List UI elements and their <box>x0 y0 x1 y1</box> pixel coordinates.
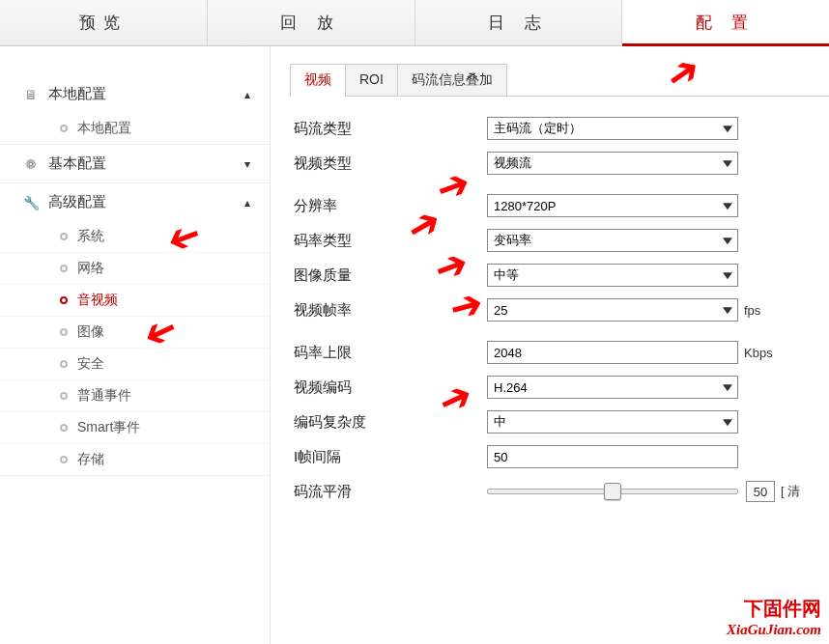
bullet-icon <box>60 296 68 304</box>
bullet-icon <box>60 125 68 132</box>
subtab-roi[interactable]: ROI <box>345 64 398 96</box>
label-stream-type: 码流类型 <box>294 120 487 138</box>
slider-value: 50 <box>746 481 775 502</box>
label-smoothing: 码流平滑 <box>294 483 487 501</box>
sidebar-item-image[interactable]: 图像 <box>0 316 270 348</box>
label-video-type: 视频类型 <box>294 154 487 173</box>
bullet-icon <box>60 328 68 336</box>
sidebar-item-network[interactable]: 网络 <box>0 252 270 284</box>
select-frame-rate[interactable] <box>487 298 738 322</box>
select-video-type[interactable] <box>487 152 738 175</box>
main-panel: 视频 ROI 码流信息叠加 码流类型 视频类型 分辨率 码率类型 <box>271 46 829 644</box>
chevron-up-icon: ▴ <box>244 88 250 101</box>
tab-preview[interactable]: 预览 <box>0 0 208 45</box>
sidebar-item-system[interactable]: 系统 <box>0 221 270 252</box>
sidebar-group-label: 本地配置 <box>48 85 106 103</box>
select-bitrate-type[interactable] <box>487 229 738 252</box>
input-max-bitrate[interactable] <box>487 341 738 364</box>
sidebar-item-label: 音视频 <box>77 292 118 309</box>
wrench-icon: 🔧 <box>23 195 39 210</box>
label-iframe: I帧间隔 <box>294 448 487 466</box>
sidebar-header-local[interactable]: 🖥 本地配置 ▴ <box>0 75 270 113</box>
chevron-down-icon: ▾ <box>244 157 250 171</box>
input-iframe[interactable] <box>487 445 738 468</box>
flower-icon: ❁ <box>23 156 39 172</box>
tab-log[interactable]: 日 志 <box>415 0 623 45</box>
sidebar-item-label: 存储 <box>77 451 104 468</box>
sidebar-group-local: 🖥 本地配置 ▴ 本地配置 <box>0 75 270 145</box>
sidebar-item-local-config[interactable]: 本地配置 <box>0 113 270 144</box>
sidebar-item-label: Smart事件 <box>77 419 140 436</box>
monitor-icon: 🖥 <box>23 87 39 102</box>
sidebar-item-security[interactable]: 安全 <box>0 348 270 379</box>
sidebar-group-basic: ❁ 基本配置 ▾ <box>0 145 270 183</box>
sidebar-group-label: 高级配置 <box>48 193 106 211</box>
select-video-encoding[interactable] <box>487 376 738 399</box>
subtab-overlay[interactable]: 码流信息叠加 <box>397 64 507 96</box>
select-resolution[interactable] <box>487 194 738 217</box>
label-resolution: 分辨率 <box>294 197 487 215</box>
sidebar-group-advanced: 🔧 高级配置 ▴ 系统 网络 音视频 图像 安全 普通事件 Smart事件 存储 <box>0 183 270 476</box>
sidebar-item-label: 网络 <box>77 260 104 277</box>
bullet-icon <box>60 233 68 240</box>
unit-fps: fps <box>744 303 760 318</box>
tab-config[interactable]: 配 置 <box>622 0 829 45</box>
slider-suffix: [ 清 <box>781 483 800 500</box>
bullet-icon <box>60 392 68 400</box>
sub-tabs: 视频 ROI 码流信息叠加 <box>290 64 829 97</box>
slider-thumb[interactable] <box>604 483 621 500</box>
sidebar-item-av[interactable]: 音视频 <box>0 284 270 316</box>
sidebar-item-storage[interactable]: 存储 <box>0 443 270 475</box>
bullet-icon <box>60 456 68 463</box>
subtab-video[interactable]: 视频 <box>290 64 346 96</box>
slider-smoothing[interactable] <box>487 489 738 494</box>
label-bitrate-type: 码率类型 <box>294 232 487 250</box>
bullet-icon <box>60 265 68 272</box>
select-image-quality[interactable] <box>487 264 738 287</box>
sidebar-item-smart-event[interactable]: Smart事件 <box>0 411 270 443</box>
tab-playback[interactable]: 回 放 <box>208 0 415 45</box>
sidebar-group-label: 基本配置 <box>48 154 106 173</box>
sidebar-item-basic-event[interactable]: 普通事件 <box>0 379 270 411</box>
sidebar-item-label: 本地配置 <box>77 120 131 137</box>
sidebar-item-label: 系统 <box>77 228 104 245</box>
sidebar-item-label: 普通事件 <box>77 387 131 405</box>
sidebar: 🖥 本地配置 ▴ 本地配置 ❁ 基本配置 ▾ 🔧 高级配置 ▴ <box>0 46 271 644</box>
top-tabs: 预览 回 放 日 志 配 置 <box>0 0 829 46</box>
label-profile: 编码复杂度 <box>294 413 487 432</box>
label-max-bitrate: 码率上限 <box>294 344 487 362</box>
sidebar-item-label: 图像 <box>77 323 104 341</box>
select-profile[interactable] <box>487 410 738 434</box>
bullet-icon <box>60 424 68 432</box>
label-image-quality: 图像质量 <box>294 266 487 285</box>
select-stream-type[interactable] <box>487 117 738 140</box>
unit-kbps: Kbps <box>744 346 773 360</box>
video-form: 码流类型 视频类型 分辨率 码率类型 图像质量 视频帧率 <box>290 116 829 504</box>
sidebar-item-label: 安全 <box>77 355 104 373</box>
label-frame-rate: 视频帧率 <box>294 301 487 320</box>
sidebar-header-advanced[interactable]: 🔧 高级配置 ▴ <box>0 183 270 221</box>
chevron-up-icon: ▴ <box>244 196 250 210</box>
label-video-encoding: 视频编码 <box>294 378 487 397</box>
bullet-icon <box>60 360 68 368</box>
sidebar-header-basic[interactable]: ❁ 基本配置 ▾ <box>0 145 270 182</box>
